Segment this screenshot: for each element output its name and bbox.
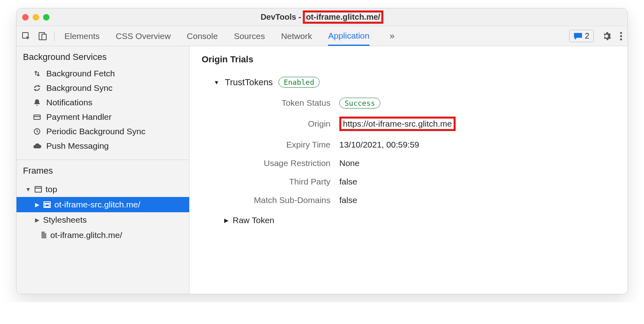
- zoom-window-button[interactable]: [43, 14, 50, 21]
- svg-point-5: [620, 38, 622, 40]
- sidebar-item-label: Payment Handler: [46, 112, 111, 122]
- tab-elements[interactable]: Elements: [64, 27, 100, 45]
- disclosure-triangle-icon[interactable]: ▼: [214, 79, 219, 86]
- panel-tabs: Elements CSS Overview Console Sources Ne…: [64, 27, 561, 45]
- tab-css-overview[interactable]: CSS Overview: [116, 27, 171, 45]
- cloud-icon: [33, 142, 41, 150]
- trial-header-row[interactable]: ▼ TrustTokens Enabled: [202, 77, 615, 88]
- frame-leaf[interactable]: ot-iframe.glitch.me/: [17, 228, 189, 243]
- svg-rect-13: [45, 204, 49, 207]
- toolbar-left-tools: [21, 31, 55, 41]
- frame-label: top: [45, 185, 57, 194]
- disclosure-triangle-icon[interactable]: ▶: [34, 217, 40, 223]
- frame-label: Stylesheets: [43, 215, 87, 225]
- kebab-menu-icon[interactable]: [619, 31, 623, 41]
- sidebar-item-push-messaging[interactable]: Push Messaging: [17, 139, 189, 153]
- devtools-window: DevTools - ot-iframe.glitch.me/ Elements…: [16, 8, 628, 294]
- frame-label: ot-iframe-src.glitch.me/: [54, 200, 140, 209]
- expiry-label: Expiry Time: [202, 140, 330, 150]
- sidebar-item-label: Notifications: [46, 98, 92, 107]
- disclosure-triangle-icon[interactable]: ▶: [224, 217, 229, 224]
- traffic-lights: [22, 14, 50, 21]
- frame-stylesheets[interactable]: ▶ Stylesheets: [17, 212, 189, 228]
- disclosure-triangle-icon[interactable]: ▶: [34, 201, 40, 208]
- updown-icon: [33, 70, 41, 78]
- sidebar-item-payment-handler[interactable]: Payment Handler: [17, 110, 189, 124]
- tab-sources[interactable]: Sources: [234, 27, 265, 45]
- svg-point-4: [620, 35, 622, 37]
- tab-console[interactable]: Console: [187, 27, 218, 45]
- window-icon: [34, 186, 42, 193]
- enabled-badge: Enabled: [279, 77, 320, 88]
- device-toolbar-icon[interactable]: [38, 31, 47, 41]
- sidebar-section-background-services: Background Services: [17, 46, 189, 66]
- svg-rect-9: [35, 187, 41, 192]
- sidebar-item-background-sync[interactable]: Background Sync: [17, 81, 189, 95]
- toolbar-right-tools: 2: [569, 30, 623, 42]
- tabs-overflow-icon[interactable]: »: [386, 31, 398, 41]
- disclosure-triangle-icon[interactable]: ▼: [25, 186, 31, 193]
- main-content: Origin Trials ▼ TrustTokens Enabled Toke…: [190, 46, 627, 294]
- svg-rect-6: [34, 115, 40, 119]
- sidebar-item-notifications[interactable]: Notifications: [17, 95, 189, 110]
- tab-network[interactable]: Network: [281, 27, 312, 45]
- trial-details-table: Token Status Success Origin https://ot-i…: [202, 98, 615, 205]
- document-icon: [41, 231, 47, 239]
- frames-tree: ▼ top ▶ ot-iframe-src.glitch.me/ ▶ Style…: [17, 180, 189, 247]
- background-services-list: Background Fetch Background Sync Notific…: [17, 66, 189, 158]
- settings-gear-icon[interactable]: [602, 31, 611, 41]
- clock-icon: [33, 127, 41, 135]
- sidebar-item-label: Background Sync: [46, 83, 113, 93]
- issues-button[interactable]: 2: [569, 30, 594, 42]
- section-heading-origin-trials: Origin Trials: [202, 54, 615, 65]
- usage-restriction-value: None: [339, 158, 615, 168]
- svg-point-3: [620, 32, 622, 34]
- trial-name: TrustTokens: [225, 77, 273, 88]
- token-status-label: Token Status: [202, 98, 330, 108]
- card-icon: [33, 113, 41, 121]
- close-window-button[interactable]: [22, 14, 29, 21]
- iframe-icon: [43, 201, 51, 208]
- origin-label: Origin: [202, 119, 330, 129]
- sync-icon: [33, 84, 41, 92]
- panel-body: Background Services Background Fetch Bac…: [17, 46, 627, 294]
- frame-label: ot-iframe.glitch.me/: [50, 230, 122, 240]
- svg-rect-2: [42, 34, 46, 40]
- match-sub-domains-value: false: [339, 195, 615, 205]
- window-title-prefix: DevTools -: [260, 12, 301, 22]
- origin-value: https://ot-iframe-src.glitch.me: [339, 117, 456, 131]
- third-party-value: false: [339, 177, 615, 187]
- sidebar-section-frames: Frames: [17, 160, 189, 180]
- window-title-url: ot-iframe.glitch.me/: [303, 10, 383, 24]
- sidebar-item-background-fetch[interactable]: Background Fetch: [17, 66, 189, 81]
- token-status-badge: Success: [339, 98, 380, 109]
- third-party-label: Third Party: [202, 177, 330, 187]
- sidebar-item-label: Periodic Background Sync: [46, 127, 145, 136]
- inspect-element-icon[interactable]: [21, 31, 31, 41]
- sidebar-item-periodic-background-sync[interactable]: Periodic Background Sync: [17, 124, 189, 139]
- frame-top[interactable]: ▼ top: [17, 182, 189, 197]
- window-title: DevTools - ot-iframe.glitch.me/: [260, 10, 383, 24]
- expiry-value: 13/10/2021, 00:59:59: [339, 140, 615, 150]
- application-sidebar: Background Services Background Fetch Bac…: [17, 46, 190, 294]
- frame-selected[interactable]: ▶ ot-iframe-src.glitch.me/: [17, 197, 189, 212]
- bell-icon: [33, 98, 41, 107]
- issues-count: 2: [585, 31, 589, 41]
- match-sub-domains-label: Match Sub-Domains: [202, 195, 330, 205]
- usage-restriction-label: Usage Restriction: [202, 158, 330, 168]
- tab-application[interactable]: Application: [328, 27, 369, 46]
- raw-token-row[interactable]: ▶ Raw Token: [202, 215, 615, 225]
- main-toolbar: Elements CSS Overview Console Sources Ne…: [17, 26, 627, 46]
- raw-token-label: Raw Token: [233, 215, 275, 225]
- sidebar-item-label: Background Fetch: [46, 69, 115, 78]
- titlebar: DevTools - ot-iframe.glitch.me/: [17, 8, 627, 26]
- sidebar-item-label: Push Messaging: [46, 141, 109, 151]
- minimize-window-button[interactable]: [33, 14, 39, 21]
